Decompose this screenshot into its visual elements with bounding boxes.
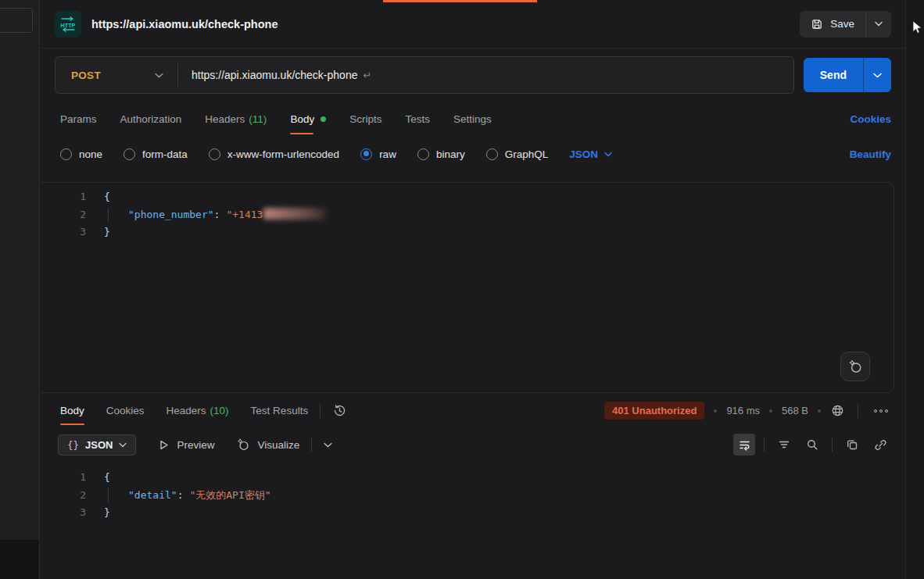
radio-form-data[interactable]: form-data [124, 148, 188, 160]
send-options-button[interactable] [863, 58, 891, 92]
divider [320, 404, 321, 418]
save-button[interactable]: Save [800, 11, 865, 38]
mouse-cursor [912, 20, 922, 34]
radio-form-data-label: form-data [142, 148, 188, 160]
radio-none-label: none [79, 148, 102, 160]
response-headers-count-badge: (10) [210, 405, 229, 416]
tab-scripts[interactable]: Scripts [349, 102, 381, 136]
request-body-editor[interactable]: 1 { 2 "phone_number":"+1413 3 } [41, 182, 894, 393]
dot-separator [714, 409, 717, 413]
response-tab-body-label: Body [60, 405, 84, 416]
tab-tests-label: Tests [405, 113, 430, 125]
response-tab-headers[interactable]: Headers (10) [167, 393, 229, 428]
radio-graphql-label: GraphQL [505, 148, 549, 160]
code-line: 2 "detail":"无效的API密钥" [41, 487, 905, 505]
chevron-down-icon[interactable] [324, 442, 332, 448]
request-tabs: Params Authorization Headers (11) Body S… [41, 102, 905, 136]
send-button-group: Send [804, 58, 891, 92]
save-icon [811, 18, 823, 30]
response-format-selector[interactable]: {} JSON [58, 434, 136, 456]
url-input-box: POST https://api.xiaomu.uk/check-phone ↵ [55, 56, 794, 94]
response-tab-cookies[interactable]: Cookies [106, 393, 145, 428]
search-button[interactable] [801, 434, 823, 456]
headers-count-badge: (11) [249, 113, 267, 125]
chevron-down-icon [155, 73, 163, 78]
code-line: 1 { [41, 469, 905, 487]
tab-headers[interactable]: Headers (11) [205, 102, 267, 136]
beautify-link[interactable]: Beautify [850, 148, 891, 160]
radio-raw[interactable]: raw [360, 148, 396, 160]
copy-button[interactable] [841, 434, 863, 456]
link-button[interactable] [869, 434, 891, 456]
wrap-text-icon [738, 438, 751, 452]
divider [764, 438, 765, 452]
cookies-link[interactable]: Cookies [850, 113, 891, 125]
code-line: 3 } [41, 504, 905, 522]
save-options-button[interactable] [865, 11, 891, 38]
url-input[interactable]: https://api.xiaomu.uk/check-phone [192, 69, 357, 81]
radio-binary[interactable]: binary [417, 148, 465, 160]
dot-separator [818, 409, 821, 413]
code-line: 3 } [41, 223, 894, 241]
chevron-down-icon [604, 152, 612, 157]
filter-icon [778, 438, 790, 451]
history-icon[interactable] [332, 403, 347, 418]
http-method-icon: HTTP [55, 11, 81, 38]
postbot-button[interactable] [840, 352, 870, 381]
json-key: "phone_number" [104, 209, 214, 220]
radio-raw-label: raw [379, 148, 396, 160]
body-type-row: none form-data x-www-form-urlencoded raw… [41, 136, 905, 172]
redacted-value-blur [263, 208, 326, 220]
radio-icon [486, 148, 498, 160]
search-icon [806, 438, 818, 451]
visualize-button[interactable]: Visualize [236, 438, 299, 452]
radio-graphql[interactable]: GraphQL [486, 148, 549, 160]
chevron-down-icon [875, 21, 883, 27]
preview-button[interactable]: Preview [158, 439, 214, 451]
tab-body[interactable]: Body [290, 102, 326, 136]
response-body-viewer[interactable]: 1 { 2 "detail":"无效的API密钥" 3 } [41, 461, 905, 522]
response-tab-body[interactable]: Body [60, 393, 84, 428]
filter-button[interactable] [773, 434, 795, 456]
network-globe-icon[interactable] [830, 403, 845, 418]
send-button[interactable]: Send [804, 58, 863, 92]
braces-icon: {} [67, 439, 79, 451]
status-badge: 401 Unauthorized [604, 402, 704, 420]
response-tab-test-results[interactable]: Test Results [251, 393, 309, 428]
code-token: } [104, 506, 110, 518]
response-tab-cookies-label: Cookies [106, 405, 145, 416]
line-number: 1 [41, 188, 86, 206]
tab-body-label: Body [290, 113, 314, 125]
more-options-icon[interactable] [871, 406, 891, 416]
tab-authorization-label: Authorization [120, 113, 182, 125]
radio-urlencoded[interactable]: x-www-form-urlencoded [209, 148, 339, 160]
response-size: 568 B [782, 405, 808, 416]
radio-icon [60, 148, 72, 160]
json-value: "无效的API密钥" [189, 489, 270, 501]
method-selector[interactable]: POST [56, 70, 163, 81]
code-line: 1 { [41, 188, 894, 206]
json-key: "detail" [104, 489, 177, 501]
request-header: HTTP https://api.xiaomu.uk/check-phone S… [41, 0, 905, 48]
postbot-sparkle-icon [847, 359, 863, 374]
radio-binary-label: binary [436, 148, 465, 160]
play-icon [158, 439, 170, 451]
preview-label: Preview [177, 439, 214, 451]
tab-authorization[interactable]: Authorization [120, 102, 182, 136]
tab-params[interactable]: Params [60, 102, 97, 136]
tab-tests[interactable]: Tests [405, 102, 430, 136]
body-modified-dot [321, 116, 326, 122]
code-line: 2 "phone_number":"+1413 [41, 206, 894, 224]
radio-icon [124, 148, 135, 160]
radio-none[interactable]: none [60, 148, 102, 160]
response-tab-test-results-label: Test Results [251, 405, 309, 416]
tab-settings[interactable]: Settings [453, 102, 492, 136]
save-button-label: Save [830, 18, 854, 30]
left-rail [0, 0, 40, 579]
raw-format-selector[interactable]: JSON [569, 148, 612, 160]
wrap-text-button[interactable] [733, 434, 755, 456]
line-number: 1 [41, 469, 86, 487]
divider [311, 438, 312, 452]
json-value-visible: "+1413 [226, 209, 263, 220]
request-title: https://api.xiaomu.uk/check-phone [91, 18, 278, 30]
